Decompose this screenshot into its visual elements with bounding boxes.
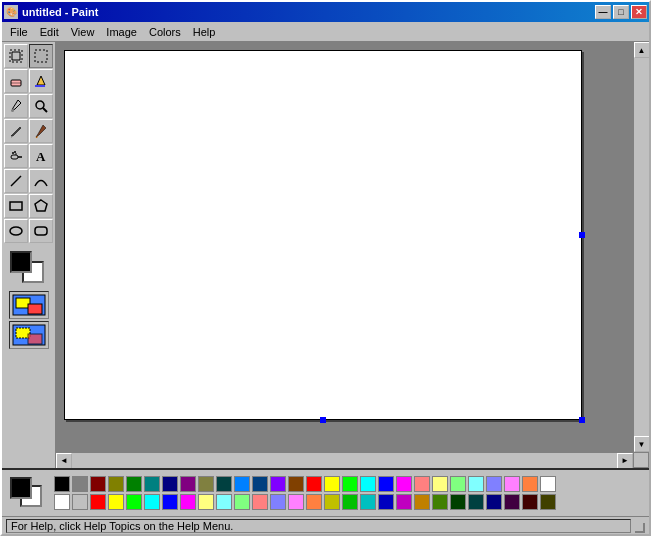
- color-swatch[interactable]: [162, 494, 178, 510]
- color-swatch[interactable]: [360, 494, 376, 510]
- color-swatch[interactable]: [342, 494, 358, 510]
- color-swatch[interactable]: [306, 476, 322, 492]
- menu-help[interactable]: Help: [187, 24, 222, 40]
- color-swatch[interactable]: [198, 494, 214, 510]
- color-swatch[interactable]: [306, 494, 322, 510]
- canvas-area[interactable]: [56, 42, 633, 452]
- color-swatch[interactable]: [468, 494, 484, 510]
- tool-curve[interactable]: [29, 169, 53, 193]
- tool-ellipse[interactable]: [4, 219, 28, 243]
- color-swatch[interactable]: [396, 494, 412, 510]
- maximize-button[interactable]: □: [613, 5, 629, 19]
- color-swatch[interactable]: [108, 494, 124, 510]
- color-swatch[interactable]: [432, 494, 448, 510]
- color-swatch[interactable]: [486, 494, 502, 510]
- tool-special-1[interactable]: [9, 291, 49, 319]
- color-swatch[interactable]: [324, 476, 340, 492]
- color-swatch[interactable]: [72, 476, 88, 492]
- color-swatch[interactable]: [198, 476, 214, 492]
- color-swatch[interactable]: [162, 476, 178, 492]
- color-swatch[interactable]: [522, 476, 538, 492]
- color-swatch[interactable]: [414, 476, 430, 492]
- color-swatch[interactable]: [504, 476, 520, 492]
- menu-colors[interactable]: Colors: [143, 24, 187, 40]
- color-swatch[interactable]: [270, 494, 286, 510]
- scroll-down-button[interactable]: ▼: [634, 436, 650, 452]
- menu-view[interactable]: View: [65, 24, 101, 40]
- color-swatch[interactable]: [108, 476, 124, 492]
- color-swatch[interactable]: [234, 494, 250, 510]
- color-swatch[interactable]: [450, 476, 466, 492]
- color-swatch[interactable]: [540, 476, 556, 492]
- color-swatch[interactable]: [324, 494, 340, 510]
- color-swatch[interactable]: [342, 476, 358, 492]
- tool-brush[interactable]: [29, 119, 53, 143]
- tool-rounded-rect[interactable]: [29, 219, 53, 243]
- scroll-right-button[interactable]: ►: [617, 453, 633, 469]
- resize-grip[interactable]: [635, 523, 645, 533]
- menu-image[interactable]: Image: [100, 24, 143, 40]
- close-button[interactable]: ✕: [631, 5, 647, 19]
- tool-color-selector: [6, 249, 52, 287]
- color-swatch[interactable]: [54, 476, 70, 492]
- tool-foreground-color[interactable]: [10, 251, 32, 273]
- color-swatch[interactable]: [216, 494, 232, 510]
- tool-magnify[interactable]: [29, 94, 53, 118]
- color-swatch[interactable]: [432, 476, 448, 492]
- scroll-up-button[interactable]: ▲: [634, 42, 650, 58]
- resize-handle-b[interactable]: [320, 417, 326, 423]
- color-swatch[interactable]: [144, 476, 160, 492]
- color-swatch[interactable]: [270, 476, 286, 492]
- color-swatch[interactable]: [126, 494, 142, 510]
- resize-handle-r[interactable]: [579, 232, 585, 238]
- color-swatch[interactable]: [378, 494, 394, 510]
- tool-free-select[interactable]: [4, 44, 28, 68]
- color-swatch[interactable]: [72, 494, 88, 510]
- color-swatch[interactable]: [378, 476, 394, 492]
- color-swatch[interactable]: [126, 476, 142, 492]
- color-swatch[interactable]: [288, 494, 304, 510]
- title-buttons: — □ ✕: [595, 5, 647, 19]
- color-swatch[interactable]: [252, 494, 268, 510]
- svg-rect-18: [35, 227, 47, 235]
- color-swatch[interactable]: [180, 494, 196, 510]
- color-swatch[interactable]: [468, 476, 484, 492]
- color-swatch[interactable]: [414, 494, 430, 510]
- color-swatch[interactable]: [144, 494, 160, 510]
- menu-file[interactable]: File: [4, 24, 34, 40]
- color-swatch[interactable]: [90, 476, 106, 492]
- tool-line[interactable]: [4, 169, 28, 193]
- color-swatch[interactable]: [504, 494, 520, 510]
- color-swatch[interactable]: [522, 494, 538, 510]
- scrollbar-horizontal: ◄ ►: [56, 452, 633, 468]
- color-swatch[interactable]: [216, 476, 232, 492]
- tool-polygon[interactable]: [29, 194, 53, 218]
- tool-rect[interactable]: [4, 194, 28, 218]
- tool-pencil[interactable]: [4, 119, 28, 143]
- scroll-left-button[interactable]: ◄: [56, 453, 72, 469]
- resize-handle-br[interactable]: [579, 417, 585, 423]
- tool-rect-select[interactable]: [29, 44, 53, 68]
- tool-text[interactable]: A: [29, 144, 53, 168]
- color-swatch[interactable]: [540, 494, 556, 510]
- color-swatch[interactable]: [90, 494, 106, 510]
- color-swatch[interactable]: [234, 476, 250, 492]
- tool-eyedropper[interactable]: [4, 94, 28, 118]
- tool-special-2[interactable]: [9, 321, 49, 349]
- color-swatch[interactable]: [450, 494, 466, 510]
- tool-airbrush[interactable]: [4, 144, 28, 168]
- color-swatch[interactable]: [180, 476, 196, 492]
- color-swatch[interactable]: [54, 494, 70, 510]
- tool-fill[interactable]: [29, 69, 53, 93]
- menu-edit[interactable]: Edit: [34, 24, 65, 40]
- color-swatch[interactable]: [396, 476, 412, 492]
- color-swatch[interactable]: [360, 476, 376, 492]
- color-swatch[interactable]: [288, 476, 304, 492]
- tool-eraser[interactable]: [4, 69, 28, 93]
- color-swatch[interactable]: [252, 476, 268, 492]
- paint-canvas[interactable]: [64, 50, 582, 420]
- minimize-button[interactable]: —: [595, 5, 611, 19]
- canvas-wrapper: [64, 50, 582, 420]
- color-swatch[interactable]: [486, 476, 502, 492]
- palette-foreground-swatch[interactable]: [10, 477, 32, 499]
